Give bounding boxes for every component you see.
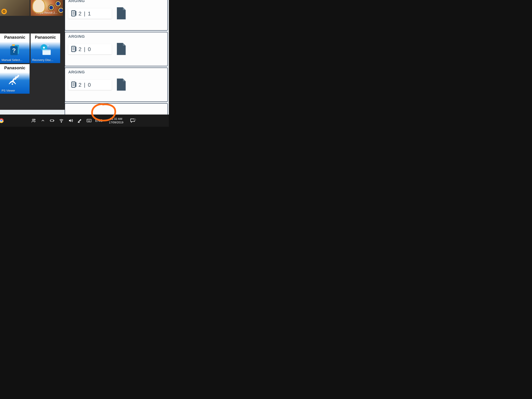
charging-panel-1: ARGING 2 | 1 <box>65 0 168 31</box>
tray-chevron-up-icon[interactable] <box>38 114 48 127</box>
tile-royal-revolt[interactable]: Royal Revolt 2... <box>31 0 63 16</box>
svg-rect-32 <box>51 120 53 121</box>
svg-rect-1 <box>76 11 76 16</box>
tile-recovery-disc[interactable]: Panasonic Recovery Disc... <box>31 33 60 63</box>
charging-panel-3: ARGING 2 | 0 <box>65 68 168 102</box>
svg-point-29 <box>0 120 2 122</box>
list-icon <box>71 10 77 17</box>
charging-panel-2: ARGING 2 | 0 <box>65 32 168 66</box>
list-icon <box>71 81 77 88</box>
battery-charging-icon[interactable] <box>48 114 57 127</box>
gem-icon <box>49 5 54 10</box>
gem-icon <box>58 8 63 13</box>
tile-manual-selector[interactable]: Panasonic ? Manual Select... <box>0 33 30 63</box>
notification-badge: 1 <box>133 119 136 121</box>
tile-title: Manual Select... <box>0 57 30 63</box>
wifi-icon[interactable] <box>57 114 66 127</box>
value-text: 2 | 1 <box>78 11 91 17</box>
document-icon[interactable] <box>116 42 127 56</box>
value-field[interactable]: 2 | 0 <box>68 80 112 90</box>
value-text: 2 | 0 <box>78 82 91 88</box>
value-text: 2 | 0 <box>78 46 91 52</box>
recovery-disc-icon <box>31 43 60 56</box>
svg-rect-33 <box>53 120 54 121</box>
gameloft-badge-icon: G <box>1 9 7 14</box>
panel-label: ARGING <box>68 70 164 74</box>
gem-icon <box>55 1 61 6</box>
taskbar-clock[interactable]: 11:32 AM 17/09/2019 <box>104 117 128 124</box>
panasonic-brand: Panasonic <box>0 65 30 70</box>
pen-input-icon[interactable] <box>75 114 84 127</box>
tile-game-1[interactable]: G <box>0 0 30 16</box>
list-icon <box>71 46 77 53</box>
people-icon[interactable] <box>29 114 38 127</box>
character-art-icon <box>32 0 45 13</box>
clock-time: 11:32 AM <box>104 117 128 121</box>
panasonic-brand: Panasonic <box>31 35 60 40</box>
svg-point-31 <box>34 119 35 120</box>
start-menu: G Royal Revolt 2... Panasonic ? <box>0 0 65 110</box>
document-icon[interactable] <box>116 78 127 92</box>
start-tiles: G Royal Revolt 2... Panasonic ? <box>0 0 65 110</box>
svg-point-23 <box>12 83 13 85</box>
desktop: ARGING 2 | 1 ARGING 2 | 0 <box>0 0 169 127</box>
value-field[interactable]: 2 | 0 <box>68 44 112 54</box>
volume-icon[interactable] <box>66 114 75 127</box>
svg-point-30 <box>32 119 34 120</box>
language-text: ENG <box>95 119 103 123</box>
svg-rect-17 <box>12 44 15 46</box>
manual-help-icon: ? <box>0 43 30 56</box>
panel-label: ARGING <box>68 0 164 3</box>
clock-date: 17/09/2019 <box>104 120 128 124</box>
svg-rect-22 <box>43 50 51 51</box>
document-icon[interactable] <box>116 7 127 20</box>
tile-title: Recovery Disc... <box>31 57 60 63</box>
svg-point-20 <box>43 47 45 49</box>
svg-rect-6 <box>76 47 76 51</box>
svg-point-34 <box>61 122 62 122</box>
svg-text:?: ? <box>12 47 16 54</box>
panasonic-brand: Panasonic <box>0 35 30 40</box>
tile-title: PS Viewer <box>0 88 30 94</box>
taskbar-app-chrome[interactable] <box>0 114 5 127</box>
touch-keyboard-icon[interactable] <box>84 114 94 127</box>
gps-satellite-icon <box>0 73 30 87</box>
tile-ps-viewer[interactable]: Panasonic PS Viewer <box>0 64 30 94</box>
action-center-icon[interactable]: 1 <box>128 118 137 123</box>
panel-label: ARGING <box>68 34 164 39</box>
taskbar: ENG 11:32 AM 17/09/2019 1 <box>0 114 169 127</box>
svg-rect-11 <box>76 82 76 87</box>
language-indicator[interactable]: ENG <box>94 114 104 127</box>
value-field[interactable]: 2 | 1 <box>68 8 112 19</box>
